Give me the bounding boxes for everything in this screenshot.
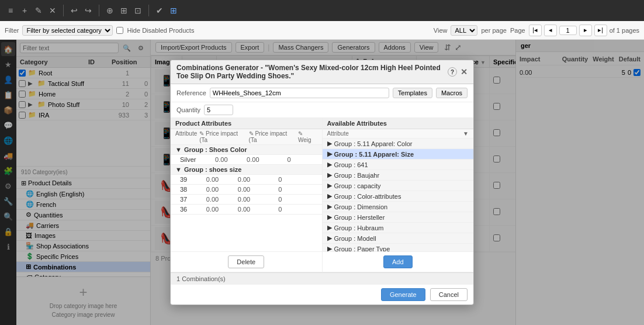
- avail-group-label: Group : 641: [334, 161, 368, 168]
- avail-group-paper-type[interactable]: ▶ Group : Paper Type: [323, 244, 474, 251]
- attr-price1: 0.00: [199, 156, 228, 163]
- avail-group-dimension[interactable]: ▶ Group : Dimension: [323, 202, 474, 212]
- hide-disabled-checkbox[interactable]: [116, 27, 123, 34]
- sep3: [148, 5, 149, 16]
- page-first-btn[interactable]: |◂: [529, 25, 542, 36]
- chevron-down-icon2: ▼: [175, 166, 182, 173]
- dialog-qty-row: Quantity: [171, 102, 473, 118]
- attr-item-37[interactable]: 37 0.00 0.00 0: [171, 195, 322, 205]
- avail-chevron-icon: ▶: [327, 234, 332, 242]
- page-last-btn[interactable]: ▸|: [594, 25, 607, 36]
- edit-icon[interactable]: ✎: [33, 5, 44, 16]
- macros-btn[interactable]: Macros: [436, 88, 468, 98]
- price-impact-tax-col: ✎ Price impact (Ta: [199, 130, 246, 143]
- product-attr-subheader: Attribute ✎ Price impact (Ta ✎ Price imp…: [171, 129, 322, 145]
- attr-col-label: Attribute: [175, 130, 197, 143]
- avail-group-label: Group : Paper Type: [334, 246, 390, 252]
- attr-item-36[interactable]: 36 0.00 0.00 0: [171, 205, 322, 215]
- view-select[interactable]: ALL: [451, 25, 477, 36]
- attr-item-38[interactable]: 38 0.00 0.00 0: [171, 185, 322, 195]
- avail-chevron-icon: ▶: [327, 150, 332, 158]
- attr-name: 36: [180, 206, 187, 213]
- grid-icon[interactable]: ⊞: [168, 5, 179, 16]
- menu-icon[interactable]: ≡: [5, 5, 16, 16]
- attr-name: Silver: [180, 156, 196, 163]
- attr-price2: 0.00: [230, 156, 259, 163]
- chevron-down-icon: ▼: [175, 146, 182, 153]
- attr-price2: 0.00: [221, 186, 250, 193]
- page-label: Page: [510, 27, 525, 34]
- dialog-ref-row: Reference Templates Macros: [171, 84, 473, 102]
- of-pages-label: of 1 pages: [610, 27, 639, 34]
- avail-group-511-size[interactable]: ▶ Group : 5.11 Apparel: Size: [323, 149, 474, 160]
- dialog-qty-input[interactable]: [204, 105, 233, 115]
- attr-price2: 0.00: [221, 176, 250, 183]
- templates-btn[interactable]: Templates: [393, 88, 432, 98]
- attr-price1: 0.00: [189, 196, 219, 203]
- page-next-btn[interactable]: ▸: [579, 25, 592, 36]
- combinations-dialog: Combinations Generator - "Women's Sexy M…: [170, 60, 474, 305]
- avail-group-hubraum[interactable]: ▶ Group : Hubraum: [323, 223, 474, 233]
- avail-group-label: Group : capacity: [334, 182, 381, 189]
- available-attr-body: ▶ Group : 5.11 Apparel: Color ▶ Group : …: [323, 139, 474, 251]
- dialog-title-text: Combinations Generator - "Women's Sexy M…: [176, 64, 448, 80]
- avail-attr-subheader: Attribute ▼: [323, 129, 474, 139]
- avail-group-label: Group : Color-attributes: [334, 193, 401, 200]
- attr-group-shoes-size: ▼ Group : shoes size: [171, 165, 322, 175]
- product-attr-body: ▼ Group : Shoes Color Silver 0.00 0.00 0…: [171, 145, 322, 251]
- dialog-title-bar: Combinations Generator - "Women's Sexy M…: [171, 60, 473, 84]
- copy-icon[interactable]: ⊕: [104, 5, 116, 16]
- avail-group-capacity[interactable]: ▶ Group : capacity: [323, 181, 474, 191]
- avail-group-modell[interactable]: ▶ Group : Modell: [323, 233, 474, 244]
- page-input[interactable]: [559, 26, 577, 35]
- attr-price1: 0.00: [189, 206, 219, 213]
- avail-group-hersteller[interactable]: ▶ Group : Hersteller: [323, 212, 474, 223]
- clipboard-icon[interactable]: ⊡: [132, 5, 144, 16]
- new-icon[interactable]: +: [19, 5, 30, 16]
- avail-chevron-icon: ▶: [327, 203, 332, 210]
- second-toolbar: Filter Filter by selected category Hide …: [0, 21, 644, 40]
- attr-w: 0: [262, 156, 291, 163]
- avail-chevron-icon: ▶: [327, 192, 332, 200]
- avail-filter-icon[interactable]: ▼: [463, 130, 469, 137]
- page-prev-btn[interactable]: ◂: [544, 25, 557, 36]
- avail-group-color-attr[interactable]: ▶ Group : Color-attributes: [323, 191, 474, 202]
- combinations-count: 1 Combination(s): [171, 272, 473, 285]
- hide-disabled-label: Hide Disabled Products: [127, 27, 194, 34]
- redo-icon[interactable]: ↪: [82, 5, 94, 16]
- dialog-overlay: Combinations Generator - "Women's Sexy M…: [0, 40, 644, 325]
- attr-name: 38: [180, 186, 187, 193]
- attr-w: 0: [252, 176, 282, 183]
- add-btn[interactable]: Add: [383, 255, 413, 268]
- check-icon[interactable]: ✔: [154, 5, 165, 16]
- avail-group-label: Group : Hersteller: [334, 214, 385, 221]
- category-filter-select[interactable]: Filter by selected category: [22, 25, 113, 36]
- avail-group-511-color[interactable]: ▶ Group : 5.11 Apparel: Color: [323, 139, 474, 149]
- main-layout: 🏠 ★ 👤 📋 📦 💬 🌐 🚚 🧩 ⚙ 🔧 🔍 🔒 ℹ 🔍 ⚙ Category…: [0, 40, 644, 325]
- undo-icon[interactable]: ↩: [68, 5, 80, 16]
- avail-group-641[interactable]: ▶ Group : 641: [323, 160, 474, 170]
- attr-item-silver[interactable]: Silver 0.00 0.00 0: [171, 155, 322, 165]
- avail-attr-col: Attribute: [327, 130, 349, 137]
- dialog-ref-label: Reference: [176, 89, 206, 96]
- avail-chevron-icon: ▶: [327, 245, 332, 251]
- price-impact-ta-col: ✎ Price impact (Ta: [249, 130, 296, 143]
- top-toolbar: ≡ + ✎ ✕ ↩ ↪ ⊕ ⊞ ⊡ ✔ ⊞: [0, 0, 644, 21]
- dialog-footer: Generate Cancel: [171, 285, 473, 305]
- attr-item-39[interactable]: 39 0.00 0.00 0: [171, 175, 322, 185]
- cancel-btn[interactable]: Cancel: [430, 288, 468, 301]
- avail-group-label: Group : Hubraum: [334, 224, 384, 231]
- attr-name: 37: [180, 196, 187, 203]
- avail-group-label: Group : Dimension: [334, 203, 388, 210]
- paste-icon[interactable]: ⊞: [118, 5, 130, 16]
- delete-icon[interactable]: ✕: [47, 5, 58, 16]
- avail-group-baujahr[interactable]: ▶ Group : Baujahr: [323, 170, 474, 181]
- attr-w: 0: [252, 196, 282, 203]
- avail-chevron-icon: ▶: [327, 224, 332, 231]
- dialog-help-btn[interactable]: ?: [448, 67, 457, 77]
- dialog-close-btn[interactable]: ✕: [461, 67, 468, 77]
- delete-btn[interactable]: Delete: [228, 255, 264, 268]
- dialog-ref-input[interactable]: [210, 88, 389, 98]
- sep2: [99, 5, 99, 16]
- generate-btn[interactable]: Generate: [381, 288, 425, 301]
